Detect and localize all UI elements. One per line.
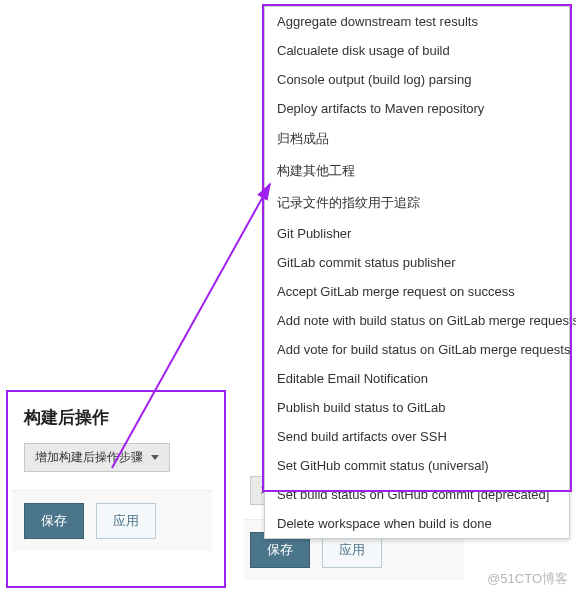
menu-item[interactable]: 归档成品 [265,123,569,155]
menu-item[interactable]: Add vote for build status on GitLab merg… [265,335,569,364]
menu-item[interactable]: Calcualete disk usage of build [265,36,569,65]
menu-item[interactable]: Console output (build log) parsing [265,65,569,94]
add-post-build-step-button[interactable]: 增加构建后操作步骤 [24,443,170,472]
chevron-down-icon [151,455,159,460]
menu-item[interactable]: Publish build status to GitLab [265,393,569,422]
apply-button[interactable]: 应用 [96,503,156,539]
post-build-steps-dropdown[interactable]: Aggregate downstream test resultsCalcual… [264,6,570,539]
menu-item[interactable]: Accept GitLab merge request on success [265,277,569,306]
button-bar: 保存 应用 [12,490,212,551]
menu-item[interactable]: Editable Email Notification [265,364,569,393]
menu-item[interactable]: Set GitHub commit status (universal) [265,451,569,480]
save-button[interactable]: 保存 [24,503,84,539]
add-post-build-step-label: 增加构建后操作步骤 [35,449,143,466]
menu-item[interactable]: Send build artifacts over SSH [265,422,569,451]
menu-item[interactable]: 构建其他工程 [265,155,569,187]
menu-item[interactable]: Git Publisher [265,219,569,248]
menu-item[interactable]: Aggregate downstream test results [265,7,569,36]
menu-item[interactable]: 记录文件的指纹用于追踪 [265,187,569,219]
menu-item[interactable]: GitLab commit status publisher [265,248,569,277]
watermark: @51CTO博客 [487,570,568,588]
section-title: 构建后操作 [24,406,212,429]
menu-item[interactable]: Delete workspace when build is done [265,509,569,538]
menu-item[interactable]: Add note with build status on GitLab mer… [265,306,569,335]
menu-item[interactable]: Deploy artifacts to Maven repository [265,94,569,123]
menu-item[interactable]: Set build status on GitHub commit [depre… [265,480,569,509]
post-build-panel: 构建后操作 增加构建后操作步骤 保存 应用 [12,394,212,551]
